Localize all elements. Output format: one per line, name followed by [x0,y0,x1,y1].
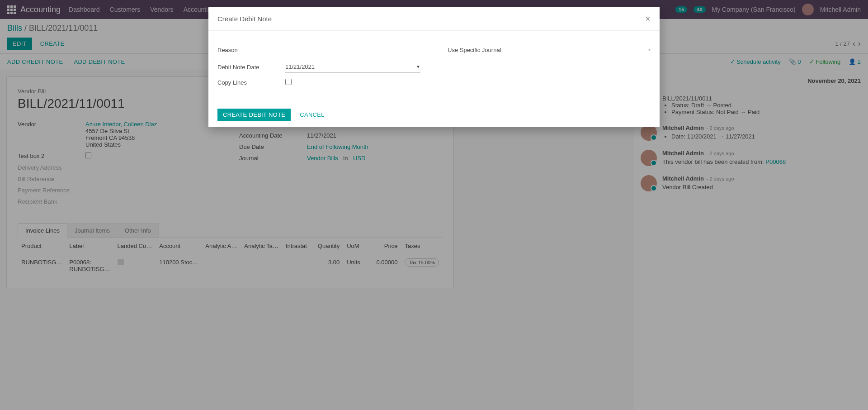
debit-note-date-input[interactable] [285,62,416,72]
modal-overlay[interactable]: Create Debit Note × Reason Debit Note Da… [0,0,868,410]
reason-label: Reason [217,47,285,53]
copy-lines-label: Copy Lines [217,79,285,86]
close-icon[interactable]: × [645,14,651,24]
debit-note-date-label: Debit Note Date [217,64,285,71]
calendar-dropdown-icon[interactable]: ▼ [416,64,420,69]
copy-lines-checkbox[interactable] [285,79,292,85]
cancel-button[interactable]: CANCEL [294,109,330,121]
modal-title: Create Debit Note [217,15,272,23]
use-specific-journal-label: Use Specific Journal [448,47,524,53]
reason-input[interactable] [285,44,420,55]
create-debit-note-button[interactable]: CREATE DEBIT NOTE [217,109,291,121]
chevron-down-icon[interactable]: ▾ [648,47,651,52]
create-debit-note-dialog: Create Debit Note × Reason Debit Note Da… [208,7,660,127]
use-specific-journal-input[interactable] [524,44,648,55]
